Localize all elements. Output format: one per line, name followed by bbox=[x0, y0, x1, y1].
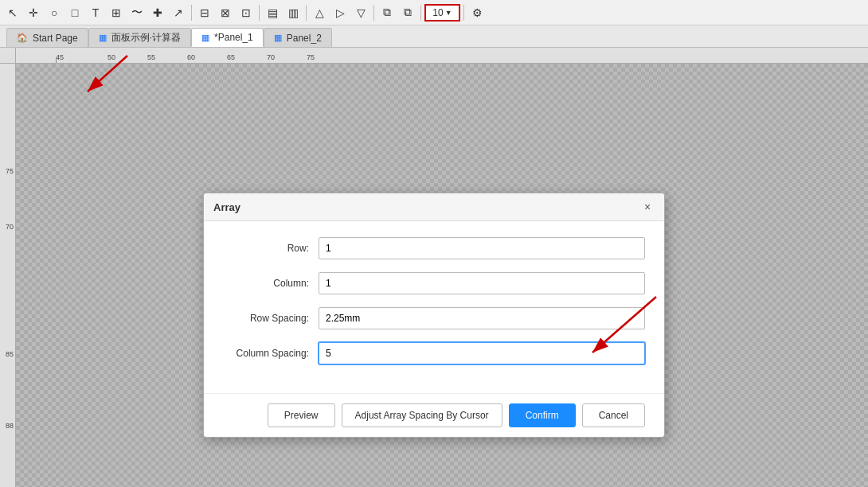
toolbar-icon-plus[interactable]: ✚ bbox=[148, 3, 167, 22]
toolbar-number-dropdown[interactable]: 10 ▼ bbox=[424, 4, 460, 21]
label-column: Column: bbox=[223, 278, 319, 289]
ruler-mark-75: 75 bbox=[307, 53, 315, 61]
toolbar-icon-pointer[interactable]: ↖ bbox=[3, 3, 22, 22]
cancel-button[interactable]: Cancel bbox=[582, 403, 645, 427]
tab-start-page[interactable]: 🏠 Start Page bbox=[6, 28, 88, 47]
toolbar-sep-4 bbox=[373, 5, 374, 21]
toolbar-icon-settings[interactable]: ⚙ bbox=[467, 3, 487, 22]
ruler-mark-50: 50 bbox=[108, 53, 115, 61]
tab-bar: 🏠 Start Page ▦ 面板示例·计算器 ▦ *Panel_1 ▦ Pan… bbox=[0, 25, 868, 48]
toolbar-icon-align3[interactable]: ⊡ bbox=[237, 3, 256, 22]
form-row-colspacing: Column Spacing: bbox=[223, 342, 645, 364]
toolbar-icon-tri1[interactable]: △ bbox=[310, 3, 329, 22]
dialog-footer: Preview Adjust Array Spacing By Cursor C… bbox=[204, 393, 664, 437]
tab-icon-start: 🏠 bbox=[17, 33, 28, 43]
main-toolbar: ↖ ✛ ○ □ T ⊞ 〜 ✚ ↗ ⊟ ⊠ ⊡ ▤ ▥ △ ▷ ▽ ⧉ ⧉ 10… bbox=[0, 0, 868, 25]
toolbar-icon-rect[interactable]: □ bbox=[65, 3, 84, 22]
dialog-title: Array bbox=[213, 201, 240, 213]
toolbar-icon-text[interactable]: T bbox=[86, 3, 105, 22]
adjust-button[interactable]: Adjust Array Spacing By Cursor bbox=[342, 403, 502, 427]
ruler-top-inner: 45 50 55 60 65 70 75 bbox=[16, 48, 868, 63]
toolbar-number-value: 10 bbox=[432, 7, 443, 18]
ruler-corner bbox=[0, 48, 16, 64]
ruler-mark-55: 55 bbox=[147, 53, 155, 61]
toolbar-icon-image[interactable]: ⊞ bbox=[107, 3, 126, 22]
toolbar-icon-grid2[interactable]: ▥ bbox=[283, 3, 303, 22]
ruler-left: 75 70 85 88 bbox=[0, 64, 16, 487]
dialog-body: Row: Column: Row Spacing: Column Spacing… bbox=[204, 221, 664, 393]
tab-label-panel1: *Panel_1 bbox=[214, 32, 253, 43]
toolbar-sep-2 bbox=[259, 5, 260, 21]
tab-icon-panel2: ▦ bbox=[274, 33, 282, 43]
dialog-close-button[interactable]: × bbox=[640, 200, 655, 214]
ruler-mark-left-88: 88 bbox=[6, 422, 14, 430]
ruler-mark-45: 45 bbox=[56, 53, 64, 61]
toolbar-sep-1 bbox=[191, 5, 192, 21]
input-column[interactable] bbox=[319, 272, 645, 294]
toolbar-icon-tri3[interactable]: ▽ bbox=[351, 3, 370, 22]
form-row-rowspacing: Row Spacing: bbox=[223, 307, 645, 329]
label-rowspacing: Row Spacing: bbox=[223, 313, 319, 324]
toolbar-icon-copy1[interactable]: ⧉ bbox=[377, 3, 397, 22]
input-colspacing[interactable] bbox=[319, 342, 645, 364]
form-row-row: Row: bbox=[223, 237, 645, 259]
toolbar-icon-copy2[interactable]: ⧉ bbox=[398, 3, 417, 22]
canvas-area: 45 50 55 60 65 70 75 75 70 85 88 Array bbox=[0, 48, 868, 487]
tab-icon-panel1: ▦ bbox=[201, 33, 209, 43]
toolbar-icon-cross[interactable]: ✛ bbox=[24, 3, 43, 22]
tab-panel-calc[interactable]: ▦ 面板示例·计算器 bbox=[88, 28, 191, 47]
ruler-mark-left-75: 75 bbox=[6, 167, 14, 175]
ruler-top: 45 50 55 60 65 70 75 bbox=[16, 48, 868, 64]
toolbar-dropdown-arrow: ▼ bbox=[445, 9, 452, 17]
toolbar-icon-grid1[interactable]: ▤ bbox=[263, 3, 282, 22]
ruler-mark-60: 60 bbox=[187, 53, 195, 61]
tab-label-calc: 面板示例·计算器 bbox=[111, 31, 181, 45]
tab-panel-1[interactable]: ▦ *Panel_1 bbox=[191, 28, 264, 47]
input-row[interactable] bbox=[319, 237, 645, 259]
tab-label-start: Start Page bbox=[33, 33, 78, 44]
preview-button[interactable]: Preview bbox=[268, 403, 335, 427]
toolbar-icon-circle[interactable]: ○ bbox=[45, 3, 64, 22]
tab-label-panel2: Panel_2 bbox=[287, 33, 322, 44]
ruler-mark-left-85: 85 bbox=[6, 350, 14, 358]
confirm-button[interactable]: Confirm bbox=[509, 403, 576, 427]
ruler-mark-65: 65 bbox=[227, 53, 235, 61]
toolbar-sep-6 bbox=[463, 5, 464, 21]
tab-panel-2[interactable]: ▦ Panel_2 bbox=[264, 28, 332, 47]
toolbar-icon-tri2[interactable]: ▷ bbox=[330, 3, 350, 22]
form-row-column: Column: bbox=[223, 272, 645, 294]
array-dialog: Array × Row: Column: Row Spacing: bbox=[203, 193, 665, 438]
toolbar-sep-5 bbox=[420, 5, 421, 21]
toolbar-sep-3 bbox=[306, 5, 307, 21]
toolbar-icon-wave[interactable]: 〜 bbox=[127, 3, 147, 22]
ruler-mark-left-70: 70 bbox=[6, 223, 14, 231]
toolbar-icon-align1[interactable]: ⊟ bbox=[195, 3, 214, 22]
ruler-tick-45 bbox=[56, 58, 57, 63]
tab-icon-calc: ▦ bbox=[99, 33, 107, 43]
dialog-titlebar: Array × bbox=[204, 193, 664, 221]
ruler-mark-70: 70 bbox=[267, 53, 275, 61]
label-colspacing: Column Spacing: bbox=[223, 348, 319, 359]
label-row: Row: bbox=[223, 243, 319, 254]
input-rowspacing[interactable] bbox=[319, 307, 645, 329]
toolbar-icon-align2[interactable]: ⊠ bbox=[216, 3, 235, 22]
toolbar-icon-arrow[interactable]: ↗ bbox=[169, 3, 188, 22]
